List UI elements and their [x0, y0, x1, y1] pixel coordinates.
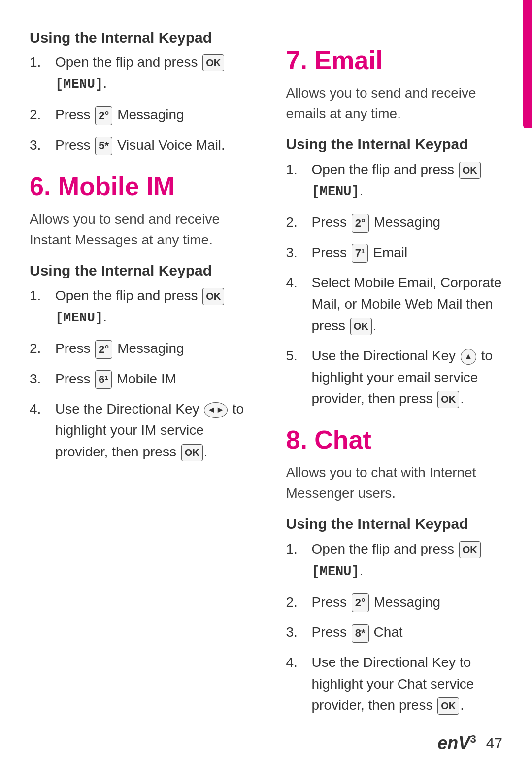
- ok-key: OK: [202, 54, 224, 71]
- section-8-sub-label: Using the Internal Keypad: [286, 516, 503, 532]
- ok-key: OK: [459, 541, 481, 558]
- step-content: Open the flip and press OK [MENU].: [312, 538, 503, 582]
- s8-step-2: 2. Press 2° Messaging: [286, 591, 503, 613]
- step-number: 3.: [30, 368, 55, 389]
- page-number: 47: [486, 735, 502, 752]
- menu-text: [MENU]: [55, 77, 103, 92]
- dir-key: ◄►: [204, 402, 228, 418]
- s8-step-1: 1. Open the flip and press OK [MENU].: [286, 538, 503, 582]
- section-7-heading: 7. Email: [286, 45, 503, 75]
- footer: enV3 47: [0, 721, 532, 765]
- dir-key: ▲: [461, 349, 476, 365]
- section-7-steps: 1. Open the flip and press OK [MENU]. 2.…: [286, 159, 503, 409]
- step-number: 2.: [286, 211, 312, 233]
- step-content: Press 2° Messaging: [55, 338, 246, 359]
- section-6-heading: 6. Mobile IM: [30, 172, 246, 201]
- ok-key: OK: [459, 162, 481, 179]
- step-content: Press 8* Chat: [312, 622, 503, 643]
- page-content: Using the Internal Keypad 1. Open the fl…: [0, 0, 532, 716]
- step-content: Use the Directional Key to highlight you…: [312, 652, 503, 716]
- step-content: Use the Directional Key ▲ to highlight y…: [312, 345, 503, 409]
- s6-step-4: 4. Use the Directional Key ◄► to highlig…: [30, 398, 246, 462]
- s6-step-2: 2. Press 2° Messaging: [30, 338, 246, 359]
- top-step-2: 2. Press 2° Messaging: [30, 104, 246, 125]
- step-number: 3.: [286, 622, 312, 643]
- key-2: 2°: [95, 106, 112, 125]
- left-column: Using the Internal Keypad 1. Open the fl…: [30, 30, 256, 676]
- s7-step-2: 2. Press 2° Messaging: [286, 211, 503, 233]
- s7-step-3: 3. Press 7¹ Email: [286, 242, 503, 263]
- step-content: Press 5* Visual Voice Mail.: [55, 135, 246, 156]
- ok-key: OK: [437, 697, 459, 715]
- step-number: 5.: [286, 345, 312, 366]
- step-number: 1.: [286, 159, 312, 180]
- key-2: 2°: [95, 340, 112, 359]
- step-number: 1.: [30, 51, 55, 72]
- step-number: 4.: [286, 272, 312, 293]
- section-7-sub-label: Using the Internal Keypad: [286, 136, 503, 153]
- section-6-steps: 1. Open the flip and press OK [MENU]. 2.…: [30, 285, 246, 462]
- key-8: 8*: [352, 624, 369, 643]
- key-2: 2°: [352, 214, 369, 233]
- menu-text: [MENU]: [312, 564, 360, 579]
- step-number: 3.: [30, 135, 55, 156]
- step-content: Open the flip and press OK [MENU].: [55, 51, 246, 95]
- ok-key: OK: [437, 391, 459, 408]
- s8-step-3: 3. Press 8* Chat: [286, 622, 503, 643]
- right-column: 7. Email Allows you to send and receive …: [276, 30, 503, 676]
- step-number: 3.: [286, 242, 312, 263]
- section-6-mobile-im: 6. Mobile IM Allows you to send and rece…: [30, 172, 246, 462]
- accent-bar: [523, 0, 532, 128]
- s6-step-1: 1. Open the flip and press OK [MENU].: [30, 285, 246, 329]
- key-7: 7¹: [352, 244, 368, 263]
- ok-key: OK: [202, 288, 224, 305]
- step-content: Open the flip and press OK [MENU].: [55, 285, 246, 329]
- step-number: 2.: [30, 338, 55, 359]
- step-content: Press 2° Messaging: [312, 211, 503, 233]
- section-8-intro: Allows you to chat with Internet Messeng…: [286, 462, 503, 504]
- key-5: 5*: [95, 137, 112, 155]
- step-content: Select Mobile Email, Corporate Mail, or …: [312, 272, 503, 336]
- step-content: Press 2° Messaging: [55, 104, 246, 125]
- step-content: Press 2° Messaging: [312, 591, 503, 613]
- s7-step-1: 1. Open the flip and press OK [MENU].: [286, 159, 503, 203]
- step-number: 1.: [30, 285, 55, 306]
- menu-text: [MENU]: [55, 311, 103, 325]
- section-6-sub-label: Using the Internal Keypad: [30, 262, 246, 279]
- top-label: Using the Internal Keypad: [30, 30, 246, 46]
- s7-step-5: 5. Use the Directional Key ▲ to highligh…: [286, 345, 503, 409]
- step-content: Press 7¹ Email: [312, 242, 503, 263]
- step-number: 2.: [30, 104, 55, 125]
- top-step-3: 3. Press 5* Visual Voice Mail.: [30, 135, 246, 156]
- step-number: 2.: [286, 591, 312, 613]
- step-number: 4.: [286, 652, 312, 673]
- footer-brand: enV3: [437, 733, 476, 754]
- top-step-1: 1. Open the flip and press OK [MENU].: [30, 51, 246, 95]
- top-steps-list: 1. Open the flip and press OK [MENU]. 2.…: [30, 51, 246, 156]
- s6-step-3: 3. Press 6¹ Mobile IM: [30, 368, 246, 389]
- step-content: Use the Directional Key ◄► to highlight …: [55, 398, 246, 462]
- menu-text: [MENU]: [312, 184, 360, 199]
- section-7-intro: Allows you to send and receive emails at…: [286, 83, 503, 124]
- brand-text: enV3: [437, 733, 476, 754]
- top-section: Using the Internal Keypad 1. Open the fl…: [30, 30, 246, 156]
- step-number: 1.: [286, 538, 312, 559]
- ok-key: OK: [350, 318, 372, 335]
- section-8-steps: 1. Open the flip and press OK [MENU]. 2.…: [286, 538, 503, 716]
- step-content: Press 6¹ Mobile IM: [55, 368, 246, 389]
- s8-step-4: 4. Use the Directional Key to highlight …: [286, 652, 503, 716]
- section-7-email: 7. Email Allows you to send and receive …: [286, 45, 503, 409]
- section-8-chat: 8. Chat Allows you to chat with Internet…: [286, 425, 503, 716]
- brand-superscript: 3: [470, 733, 476, 745]
- step-number: 4.: [30, 398, 55, 419]
- s7-step-4: 4. Select Mobile Email, Corporate Mail, …: [286, 272, 503, 336]
- ok-key: OK: [181, 444, 203, 461]
- key-2: 2°: [352, 593, 369, 612]
- section-6-intro: Allows you to send and receive Instant M…: [30, 209, 246, 250]
- section-8-heading: 8. Chat: [286, 425, 503, 454]
- key-6: 6¹: [95, 370, 112, 389]
- step-content: Open the flip and press OK [MENU].: [312, 159, 503, 203]
